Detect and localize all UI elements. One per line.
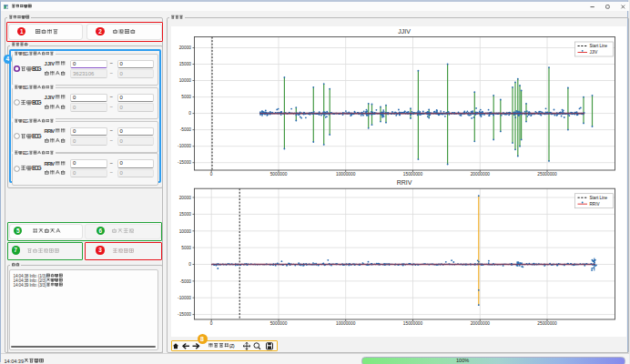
svg-text:ECG: ECG xyxy=(32,133,42,139)
svg-text:RRIV: RRIV xyxy=(45,128,56,134)
svg-text:BCG: BCG xyxy=(32,66,42,72)
svg-text:5000: 5000 xyxy=(181,246,191,250)
svg-text:0: 0 xyxy=(188,111,191,116)
svg-text:5000000: 5000000 xyxy=(270,172,288,177)
svg-text:-5000: -5000 xyxy=(180,279,192,284)
svg-text:25000000: 25000000 xyxy=(537,172,557,177)
svg-text:ECG: ECG xyxy=(23,118,29,123)
svg-text:15000000: 15000000 xyxy=(403,321,423,326)
svg-text:JJIV: JJIV xyxy=(45,61,56,66)
svg-text:10000000: 10000000 xyxy=(336,172,356,177)
svg-text:BCG: BCG xyxy=(23,51,29,56)
svg-text:0: 0 xyxy=(210,172,213,177)
svg-text:RRIV: RRIV xyxy=(590,202,601,207)
svg-text:JJIV: JJIV xyxy=(45,95,56,100)
svg-text:10000: 10000 xyxy=(179,229,192,234)
svg-text:0: 0 xyxy=(188,262,191,267)
svg-text:(Z): (Z) xyxy=(229,343,235,349)
svg-text:10000: 10000 xyxy=(179,78,192,83)
svg-text:RRIV: RRIV xyxy=(45,161,56,167)
svg-text:14:04:39: 14:04:39 xyxy=(4,358,24,363)
svg-text:25000000: 25000000 xyxy=(537,321,557,326)
svg-text:-10000: -10000 xyxy=(178,296,191,300)
svg-text:20000: 20000 xyxy=(179,46,192,50)
svg-text:20000: 20000 xyxy=(179,196,192,200)
svg-text:Start Line: Start Line xyxy=(590,44,608,48)
svg-text:ECG: ECG xyxy=(32,166,42,172)
svg-text:-5000: -5000 xyxy=(180,127,192,132)
svg-text:-10000: -10000 xyxy=(178,144,191,148)
svg-text:BCG: BCG xyxy=(32,99,42,106)
svg-text:15000000: 15000000 xyxy=(403,172,423,177)
svg-text:20000000: 20000000 xyxy=(471,172,491,177)
svg-text:BCG: BCG xyxy=(23,85,29,89)
svg-text:20000000: 20000000 xyxy=(471,321,491,326)
svg-text:Start Line: Start Line xyxy=(590,196,608,200)
svg-text:JJIV: JJIV xyxy=(398,28,411,35)
svg-text:14:04:39 Info: (3/3): 14:04:39 Info: (3/3) xyxy=(14,283,47,288)
svg-text:JJIV: JJIV xyxy=(590,50,599,55)
svg-text:5000000: 5000000 xyxy=(270,321,288,326)
svg-text:0: 0 xyxy=(210,321,213,326)
svg-text:ECG: ECG xyxy=(23,151,29,156)
svg-text:15000: 15000 xyxy=(179,212,192,217)
svg-text:5000: 5000 xyxy=(181,95,191,99)
svg-text:-15000: -15000 xyxy=(178,312,191,317)
svg-text:10000000: 10000000 xyxy=(336,321,356,326)
svg-text:15000: 15000 xyxy=(179,62,192,66)
svg-text:RRIV: RRIV xyxy=(397,179,412,186)
svg-text:-15000: -15000 xyxy=(178,160,191,165)
